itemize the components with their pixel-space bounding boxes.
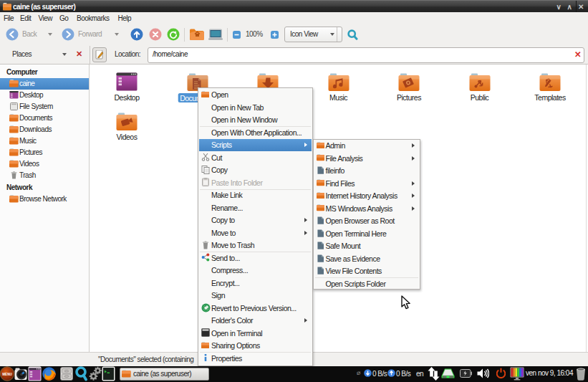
svg-text:MENU: MENU bbox=[2, 373, 12, 376]
